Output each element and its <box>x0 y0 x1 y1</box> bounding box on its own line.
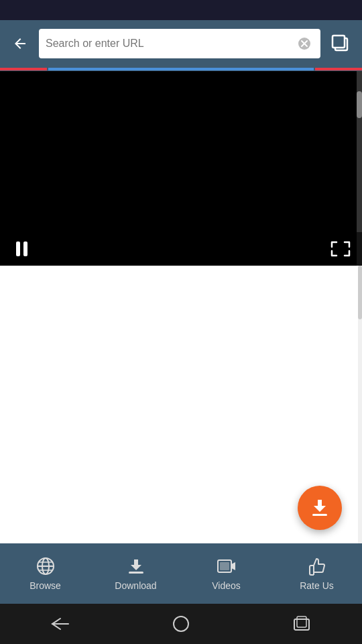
video-player <box>0 71 362 266</box>
svg-point-15 <box>174 616 188 631</box>
thumbs-up-icon <box>307 556 327 576</box>
pause-button[interactable] <box>9 237 34 261</box>
tabs-button[interactable] <box>326 29 355 58</box>
nav-item-download[interactable]: Download <box>90 543 181 604</box>
pause-icon <box>16 241 27 256</box>
svg-rect-5 <box>312 514 327 516</box>
bottom-nav: Browse Download Videos Rate Us <box>0 543 362 604</box>
video-scrollbar-thumb <box>357 91 362 118</box>
fab-download-button[interactable] <box>298 486 342 530</box>
browser-toolbar <box>0 20 362 67</box>
system-home-button[interactable] <box>164 610 198 637</box>
pause-bar-right <box>23 241 27 256</box>
system-back-button[interactable] <box>44 610 77 637</box>
page-scrollbar-thumb <box>358 266 362 319</box>
system-nav <box>0 604 362 644</box>
nav-label-browse: Browse <box>29 580 61 591</box>
nav-label-download: Download <box>115 580 156 591</box>
url-bar <box>39 29 320 58</box>
page-scrollbar[interactable] <box>358 266 362 543</box>
svg-rect-14 <box>220 562 229 570</box>
tab-indicator-2 <box>48 68 314 70</box>
download-fab-icon <box>309 497 330 519</box>
pause-bar-left <box>16 241 20 256</box>
svg-rect-11 <box>129 572 143 574</box>
back-button[interactable] <box>7 30 34 57</box>
content-area <box>0 266 362 543</box>
fullscreen-button[interactable] <box>328 237 353 261</box>
nav-label-rate-us: Rate Us <box>300 580 334 591</box>
tab-indicator-3 <box>315 68 362 70</box>
url-input[interactable] <box>46 38 295 50</box>
system-recent-button[interactable] <box>285 610 318 637</box>
nav-item-rate-us[interactable]: Rate Us <box>272 543 362 604</box>
globe-icon <box>36 556 56 576</box>
nav-label-videos: Videos <box>212 580 241 591</box>
download-nav-icon <box>126 556 146 576</box>
video-controls <box>0 232 362 266</box>
nav-item-videos[interactable]: Videos <box>181 543 272 604</box>
svg-rect-17 <box>297 616 306 627</box>
clear-button[interactable] <box>295 34 314 53</box>
tab-indicator-1 <box>0 68 47 70</box>
svg-rect-4 <box>333 36 345 48</box>
status-bar <box>0 0 362 20</box>
nav-item-browse[interactable]: Browse <box>0 543 90 604</box>
videos-icon <box>217 556 237 576</box>
